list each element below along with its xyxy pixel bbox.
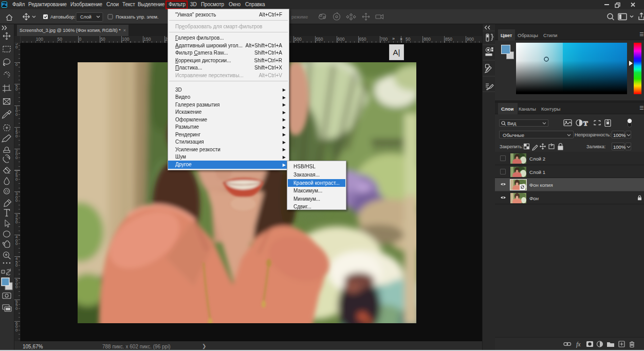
svg-text:Вид: Вид (507, 120, 517, 126)
svg-text:Слой: Слой (80, 14, 91, 20)
svg-text:режиме: режиме (291, 14, 308, 20)
svg-text:T: T (583, 119, 588, 127)
svg-text:Автовыбор:: Автовыбор: (50, 14, 76, 20)
svg-text:Показать упр. элем.: Показать упр. элем. (116, 14, 158, 20)
svg-text:fx: fx (576, 341, 581, 348)
